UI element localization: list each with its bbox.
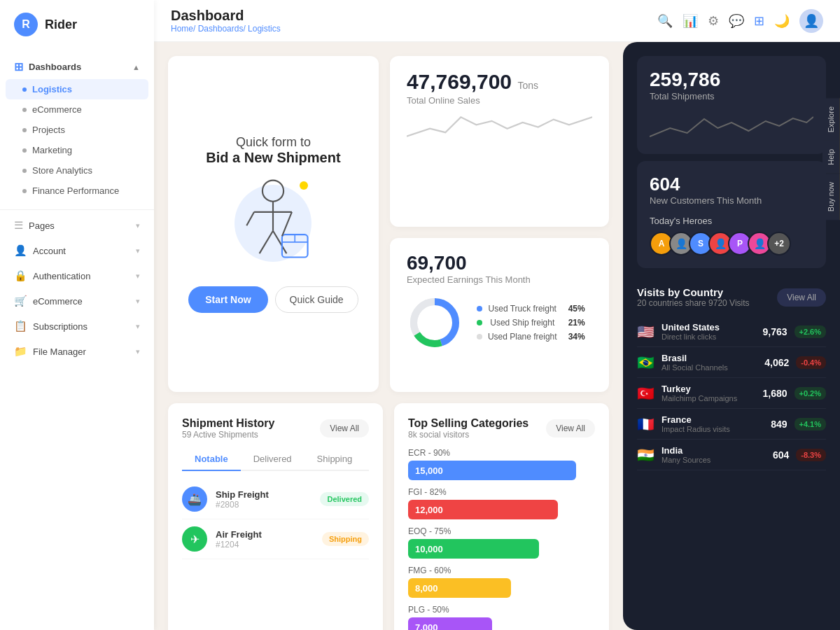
ecommerce-nav-icon: 🛒	[14, 295, 27, 307]
visits-title: Visits by Country	[637, 286, 750, 298]
country-row-tr: 🇹🇷 Turkey Mailchimp Campaigns 1,680 +0.2…	[637, 378, 826, 409]
header-right: 🔍 📊 ⚙ 💬 ⊞ 🌙 👤	[657, 9, 823, 33]
sidebar-item-logistics-label: Logistics	[32, 84, 72, 94]
sidebar-item-store-analytics-label: Store Analytics	[32, 165, 92, 176]
visits-view-all-button[interactable]: View All	[777, 288, 826, 307]
sidebar-item-account[interactable]: 👤 Account ▾	[0, 238, 154, 263]
categories-card: Top Selling Categories 8k social visitor…	[394, 403, 609, 630]
shipment-item-0: 🚢 Ship Freight #2808 Delivered	[182, 479, 369, 519]
theme-icon[interactable]: 🌙	[774, 13, 790, 29]
tab-shipping[interactable]: Shipping	[304, 448, 365, 471]
legend-truck: Used Truck freight 45%	[477, 304, 585, 314]
dark-panel: Explore Help Buy now 259,786 Total Shipm…	[623, 42, 840, 630]
grid-icon[interactable]: ⊞	[754, 13, 764, 29]
sidebar-item-marketing[interactable]: Marketing	[0, 140, 154, 160]
bar-eoq-track: 10,000	[408, 539, 539, 559]
start-now-button[interactable]: Start Now	[188, 286, 267, 313]
stats-column: 47,769,700 Tons Total Online Sales	[390, 56, 609, 392]
shipment-card-header: Shipment History 59 Active Shipments Vie…	[182, 417, 369, 440]
earnings-card: 69,700 Expected Earnings This Month	[390, 238, 609, 392]
chart-icon[interactable]: 📊	[682, 13, 698, 29]
ship-info-0: Ship Freight #2808	[216, 489, 312, 510]
dot-icon	[22, 189, 27, 193]
message-icon[interactable]: 💬	[729, 13, 744, 29]
search-icon[interactable]: 🔍	[657, 13, 673, 29]
header-left: Dashboard Home/ Dashboards/ Logistics	[171, 8, 281, 34]
sidebar-item-filemanager[interactable]: 📁 File Manager ▾	[0, 339, 154, 364]
tab-delivered[interactable]: Delivered	[241, 448, 304, 471]
sidebar-item-finance-performance[interactable]: Finance Performance	[0, 181, 154, 201]
pages-chevron-icon: ▾	[136, 221, 140, 230]
in-name: India	[662, 445, 766, 456]
country-row-br: 🇧🇷 Brasil All Social Channels 4,062 -0.4…	[637, 347, 826, 378]
sidebar-item-store-analytics[interactable]: Store Analytics	[0, 160, 154, 181]
bar-plg-track: 7,000	[408, 617, 492, 630]
ship-dot-icon	[477, 320, 482, 326]
fr-name: France	[662, 414, 764, 425]
dashboards-section: ⊞ Dashboards ▲ Logistics eCommerce Proje…	[0, 49, 154, 206]
side-tabs: Explore Help Buy now	[822, 98, 840, 220]
breadcrumb-dashboards[interactable]: Dashboards/	[198, 24, 246, 34]
total-sales-num: 47,769,700 Tons	[407, 70, 538, 94]
bar-fmg: FMG - 60% 8,000	[408, 566, 595, 598]
sidebar-item-ecommerce-nav[interactable]: 🛒 eCommerce ▾	[0, 288, 154, 314]
fr-visits: 849	[771, 419, 787, 430]
explore-tab[interactable]: Explore	[822, 98, 840, 141]
us-flag-icon: 🇺🇸	[637, 323, 654, 340]
auth-chevron-icon: ▾	[136, 272, 140, 281]
total-sales-unit: Tons	[517, 80, 538, 91]
total-sales-label: Total Online Sales	[407, 95, 538, 106]
user-avatar[interactable]: 👤	[799, 9, 823, 33]
shipment-tabs: Notable Delivered Shipping	[182, 448, 369, 471]
illustration-svg	[224, 174, 322, 272]
sidebar-item-projects[interactable]: Projects	[0, 120, 154, 140]
active-dot-icon	[22, 88, 27, 92]
ship-name-1: Air Freight	[216, 529, 314, 540]
dot-icon	[22, 148, 27, 153]
sidebar-item-authentication[interactable]: 🔒 Authentication ▾	[0, 263, 154, 288]
settings-icon[interactable]: ⚙	[708, 13, 719, 29]
dark-shipments-block: 259,786 Total Shipments	[623, 42, 840, 161]
shipment-title: Shipment History	[182, 417, 274, 430]
country-row-fr: 🇫🇷 France Impact Radius visits 849 +4.1%	[637, 409, 826, 440]
buy-now-tab[interactable]: Buy now	[822, 174, 840, 220]
country-row-in: 🇮🇳 India Many Sources 604 -8.3%	[637, 440, 826, 470]
in-info: India Many Sources	[662, 445, 766, 464]
bar-eoq-value: 10,000	[415, 544, 443, 554]
visits-card-header: Visits by Country 20 countries share 972…	[637, 286, 826, 308]
sidebar-item-subscriptions[interactable]: 📋 Subscriptions ▾	[0, 314, 154, 339]
bar-fmg-value: 8,000	[415, 583, 438, 594]
sidebar-logo[interactable]: R Rider	[0, 0, 154, 49]
ship-name-0: Ship Freight	[216, 489, 312, 500]
br-info: Brasil All Social Channels	[662, 353, 757, 372]
ship-id-0: #2808	[216, 500, 312, 510]
quick-guide-button[interactable]: Quick Guide	[275, 286, 358, 313]
breadcrumb-current: Logistics	[248, 24, 281, 34]
avatar-more: +2	[767, 232, 791, 255]
sidebar-item-ecommerce[interactable]: eCommerce	[0, 99, 154, 120]
dashboards-group[interactable]: ⊞ Dashboards ▲	[0, 55, 154, 79]
dashboards-chevron-icon: ▲	[132, 63, 140, 71]
bar-fgi: FGI - 82% 12,000	[408, 487, 595, 519]
shipment-history-card: Shipment History 59 Active Shipments Vie…	[168, 403, 383, 630]
form-title: Quick form to Bid a New Shipment	[206, 135, 340, 166]
shipment-view-all-button[interactable]: View All	[320, 419, 369, 438]
sidebar-item-pages[interactable]: ☰ Pages ▾	[0, 213, 154, 238]
customers-num: 604	[650, 174, 813, 195]
sidebar-item-logistics[interactable]: Logistics	[6, 79, 148, 99]
breadcrumb-home[interactable]: Home/	[171, 24, 195, 34]
filemanager-label: File Manager	[33, 346, 86, 357]
bar-plg-value: 7,000	[415, 622, 438, 631]
us-name: United States	[662, 322, 755, 332]
filemanager-chevron-icon: ▾	[136, 347, 140, 356]
subscriptions-icon: 📋	[14, 320, 27, 332]
countries-list: 🇺🇸 United States Direct link clicks 9,76…	[637, 316, 826, 470]
bar-fgi-value: 12,000	[415, 505, 443, 515]
svg-point-0	[262, 181, 284, 202]
truck-dot-icon	[477, 306, 482, 312]
tab-notable[interactable]: Notable	[182, 448, 241, 471]
bar-eoq-label: EOQ - 75%	[408, 526, 595, 536]
br-change: -0.4%	[796, 356, 826, 369]
help-tab[interactable]: Help	[822, 141, 840, 174]
categories-view-all-button[interactable]: View All	[546, 419, 595, 438]
